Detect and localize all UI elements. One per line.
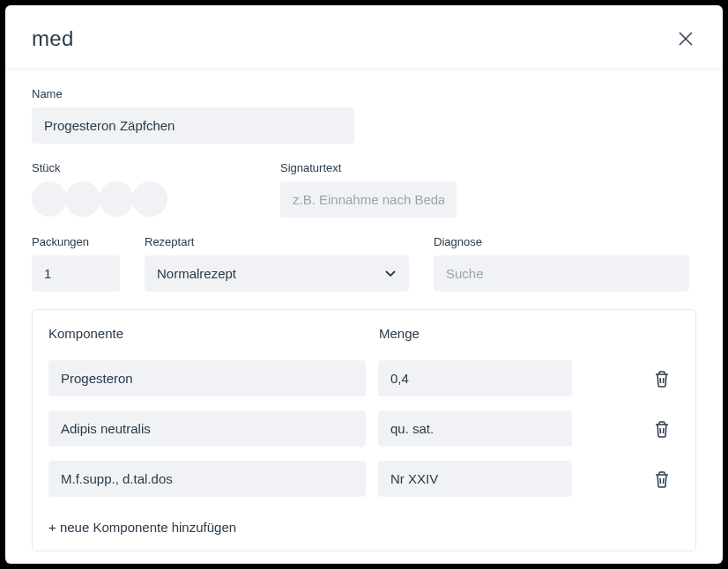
signaturtext-input[interactable]: [280, 181, 457, 218]
medication-dialog: med Name Stück: [5, 5, 723, 564]
table-header: Komponente Menge: [33, 310, 695, 353]
trash-icon: [654, 370, 670, 388]
stueck-option-1[interactable]: [32, 181, 67, 217]
close-button[interactable]: [675, 28, 696, 49]
header-menge: Menge: [379, 326, 573, 341]
dialog-header: med: [5, 5, 723, 70]
stueck-option-3[interactable]: [99, 181, 134, 217]
name-field-group: Name: [32, 87, 354, 144]
packungen-label: Packungen: [32, 235, 120, 248]
name-input[interactable]: [32, 107, 354, 144]
komponente-input[interactable]: [48, 410, 366, 447]
komponente-input[interactable]: [48, 360, 366, 396]
signaturtext-field-group: Signaturtext: [280, 161, 457, 218]
close-icon: [678, 31, 694, 47]
stueck-label: Stück: [32, 161, 166, 174]
table-row: [33, 454, 695, 504]
header-komponente: Komponente: [48, 326, 379, 341]
menge-input[interactable]: [378, 360, 572, 396]
delete-row-button[interactable]: [651, 418, 672, 440]
diagnose-label: Diagnose: [434, 235, 689, 248]
svg-line-3: [664, 378, 665, 383]
delete-row-button[interactable]: [651, 368, 672, 389]
rezeptart-field-group: Rezeptart Normalrezept: [145, 235, 409, 292]
signaturtext-label: Signaturtext: [280, 161, 457, 174]
trash-icon: [654, 470, 670, 488]
stueck-option-4[interactable]: [132, 181, 167, 217]
menge-input[interactable]: [378, 410, 572, 447]
components-table: Komponente Menge: [32, 309, 696, 551]
table-row: [33, 403, 695, 454]
svg-line-2: [660, 378, 661, 383]
rezeptart-label: Rezeptart: [145, 235, 409, 248]
svg-line-7: [664, 478, 665, 484]
svg-line-4: [660, 428, 661, 433]
delete-row-button[interactable]: [651, 469, 672, 490]
svg-line-6: [660, 478, 661, 484]
dialog-body: Name Stück Signaturtext Packunge: [5, 70, 723, 564]
table-row: [33, 353, 695, 403]
dialog-title: med: [32, 26, 74, 51]
packungen-input[interactable]: [32, 255, 120, 292]
stueck-option-2[interactable]: [65, 181, 100, 217]
packungen-field-group: Packungen: [32, 235, 120, 292]
diagnose-field-group: Diagnose: [434, 235, 689, 292]
trash-icon: [654, 420, 670, 438]
svg-line-5: [664, 428, 665, 433]
komponente-input[interactable]: [48, 461, 366, 497]
rezeptart-select[interactable]: Normalrezept: [145, 255, 409, 292]
diagnose-input[interactable]: [434, 255, 689, 292]
stueck-field-group: Stück: [32, 161, 166, 218]
menge-input[interactable]: [378, 461, 572, 497]
add-component-button[interactable]: + neue Komponente hinzufügen: [33, 504, 695, 551]
stueck-selector[interactable]: [32, 181, 166, 217]
name-label: Name: [32, 87, 354, 100]
